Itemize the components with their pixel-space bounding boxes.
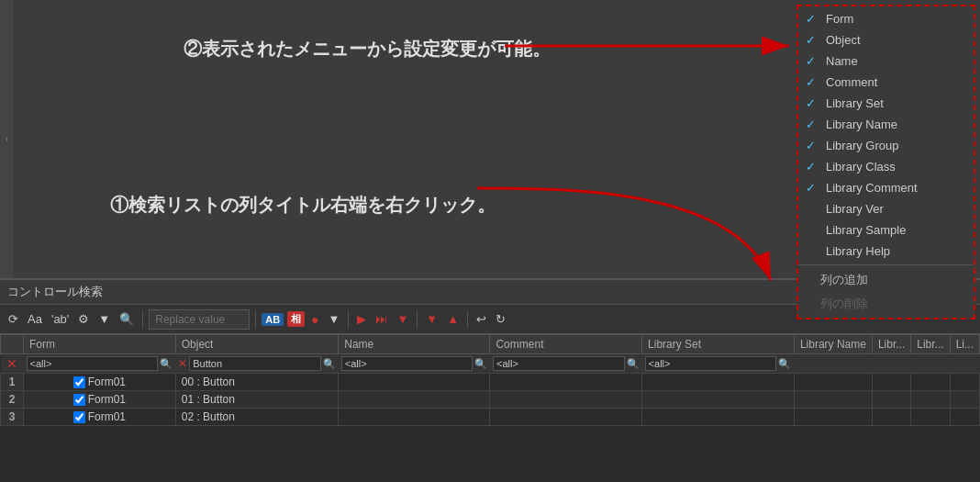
menu-item-object[interactable]: ✓ Object — [798, 29, 974, 50]
filter-comment-input[interactable] — [493, 356, 625, 371]
menu-item-library-class[interactable]: ✓ Library Class — [798, 156, 974, 177]
row-checkbox-3[interactable] — [73, 411, 85, 423]
search-icon-form[interactable]: 🔍 — [160, 358, 173, 370]
menu-divider — [798, 264, 974, 265]
menu-item-library-set[interactable]: ✓ Library Set — [798, 93, 974, 114]
menu-label-library-name: Library Name — [826, 118, 897, 131]
row-lib3-2 — [872, 391, 910, 409]
row-num-1: 1 — [1, 374, 24, 391]
menu-item-form[interactable]: ✓ Form — [798, 8, 974, 29]
row-libset-3 — [642, 409, 795, 426]
row-name-3 — [339, 409, 490, 426]
ab-button[interactable]: 'ab' — [49, 310, 72, 328]
row-lib4-1 — [911, 374, 950, 391]
undo-button[interactable]: ↩ — [473, 310, 489, 328]
context-menu[interactable]: ✓ Form ✓ Object ✓ Name ✓ Comment ✓ Libra… — [796, 5, 975, 319]
menu-label-library-ver: Library Ver — [826, 202, 884, 216]
down-button[interactable]: ▼ — [423, 310, 440, 328]
filter-lib3-cell — [872, 354, 910, 374]
menu-item-library-comment[interactable]: ✓ Library Comment — [798, 177, 974, 198]
menu-label-library-set: Library Set — [826, 96, 884, 110]
check-icon-name: ✓ — [806, 54, 820, 68]
check-icon-comment: ✓ — [806, 75, 820, 89]
check-icon-object: ✓ — [806, 33, 820, 47]
col-header-lib3[interactable]: Libr... — [872, 335, 910, 354]
row-object-1: 00 : Button — [175, 374, 339, 391]
filter-form-input[interactable] — [27, 356, 159, 371]
row-lib4-3 — [911, 409, 950, 426]
col-header-object[interactable]: Object — [175, 335, 339, 354]
filter-name-input[interactable] — [341, 356, 473, 371]
play-button[interactable]: ▶ — [354, 310, 369, 328]
filter-form-cell: 🔍 — [24, 354, 176, 374]
skip-end-button[interactable]: ⏭ — [373, 310, 390, 328]
toolbar-sep-5 — [467, 311, 468, 328]
row-name-1 — [339, 374, 490, 391]
row-form-3: Form01 — [24, 409, 176, 426]
col-header-comment[interactable]: Comment — [490, 335, 642, 354]
replace-value-input[interactable] — [149, 309, 250, 330]
panel-title-text: コントロール検索 — [7, 285, 103, 298]
col-header-num — [1, 335, 24, 354]
filter-down-button[interactable]: ▼ — [394, 310, 411, 328]
check-icon-form: ✓ — [806, 12, 820, 26]
search-icon-name[interactable]: 🔍 — [474, 358, 487, 370]
toolbar-sep-2 — [255, 311, 256, 328]
filter-libname-cell — [794, 354, 872, 374]
refresh-button[interactable]: ⟳ — [6, 310, 21, 328]
row-checkbox-1[interactable] — [73, 376, 85, 388]
record-button[interactable]: ● — [308, 311, 321, 328]
dropdown2-button[interactable]: ▼ — [326, 310, 343, 328]
red-badge-button[interactable]: 相 — [287, 311, 305, 327]
target-button[interactable]: 🔍 — [117, 310, 137, 328]
menu-label-library-group: Library Group — [826, 139, 898, 152]
menu-label-library-sample: Library Sample — [826, 223, 906, 237]
toolbar-sep-4 — [417, 311, 418, 328]
row-num-3: 3 — [1, 409, 24, 426]
filter-object-cell: ✕ 🔍 — [175, 354, 339, 374]
col-header-library-name[interactable]: Library Name — [794, 335, 872, 354]
row-lib4-2 — [911, 391, 950, 409]
menu-item-comment[interactable]: ✓ Comment — [798, 72, 974, 93]
menu-item-library-ver[interactable]: Library Ver — [798, 198, 974, 219]
menu-label-object: Object — [826, 33, 861, 47]
up-button[interactable]: ▲ — [444, 310, 462, 328]
row-lib3-1 — [872, 374, 910, 391]
check-icon-library-class: ✓ — [806, 160, 820, 174]
table-container[interactable]: Form Object Name Comment Library Set Lib… — [0, 334, 980, 455]
menu-item-library-sample[interactable]: Library Sample — [798, 219, 974, 241]
col-header-lib5[interactable]: Li... — [950, 335, 979, 354]
filter-libset-input[interactable] — [645, 356, 777, 371]
menu-item-library-name[interactable]: ✓ Library Name — [798, 114, 974, 135]
redo-button[interactable]: ↻ — [493, 310, 508, 328]
menu-item-del-col[interactable]: 列の削除 — [798, 292, 974, 316]
ab-badge-button[interactable]: AB — [262, 313, 284, 326]
clear-object-button[interactable]: ✕ — [178, 357, 187, 370]
menu-item-add-col[interactable]: 列の追加 — [798, 268, 974, 292]
menu-label-library-help: Library Help — [826, 244, 890, 258]
menu-item-name[interactable]: ✓ Name — [798, 50, 974, 72]
menu-label-comment: Comment — [826, 75, 877, 89]
search-icon-libset[interactable]: 🔍 — [778, 358, 791, 370]
search-icon-object[interactable]: 🔍 — [323, 358, 336, 370]
scroll-left-indicator[interactable]: ‹ — [0, 0, 14, 278]
aa-button[interactable]: Aa — [25, 310, 45, 328]
filter-object-input[interactable] — [189, 356, 321, 371]
dropdown-button[interactable]: ▼ — [95, 310, 113, 328]
top-area: ‹ ②表示されたメニューから設定変更が可能。 ①検索リストの列タイトル右端を右ク… — [0, 0, 980, 280]
col-header-form[interactable]: Form — [24, 335, 176, 354]
filter-comment-cell: 🔍 — [490, 354, 642, 374]
row-libname-2 — [794, 391, 872, 409]
settings-button[interactable]: ⚙ — [75, 310, 92, 328]
row-lib3-3 — [872, 409, 910, 426]
menu-item-library-group[interactable]: ✓ Library Group — [798, 135, 974, 156]
search-icon-comment[interactable]: 🔍 — [627, 358, 640, 370]
row-lib5-1 — [950, 374, 979, 391]
row-checkbox-2[interactable] — [73, 394, 85, 406]
table-row: 2 Form01 01 : Button — [1, 391, 980, 409]
col-header-lib4[interactable]: Libr... — [911, 335, 950, 354]
col-header-name[interactable]: Name — [339, 335, 490, 354]
col-header-library-set[interactable]: Library Set — [642, 335, 795, 354]
menu-item-library-help[interactable]: Library Help — [798, 241, 974, 262]
row-comment-3 — [490, 409, 642, 426]
